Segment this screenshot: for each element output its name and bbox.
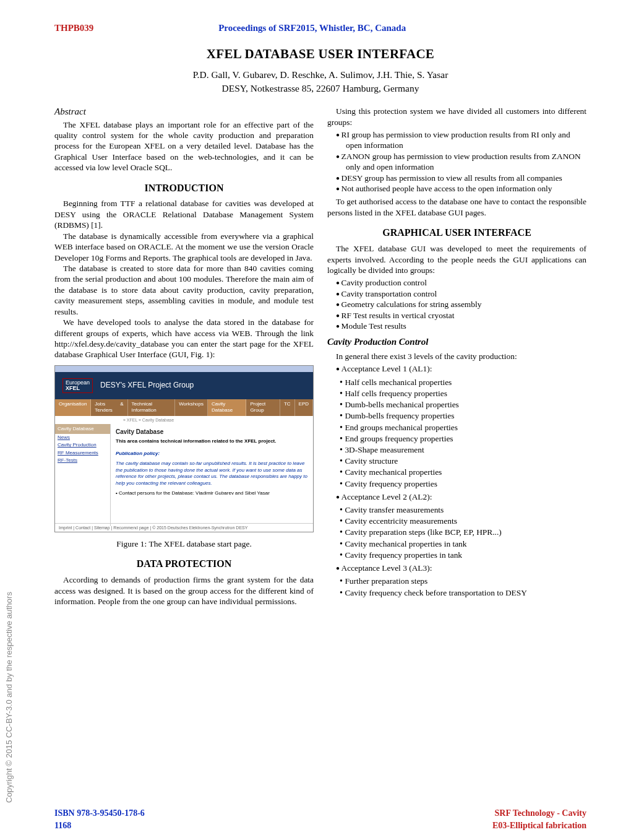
- footer-row-2: 1168 E03-Elliptical fabrication: [54, 820, 586, 831]
- list-item: Cavity transfer measurements: [353, 504, 586, 516]
- figure-1-screenshot: European XFEL DESY's XFEL Project Group …: [54, 365, 314, 532]
- tab-epd[interactable]: EPD: [295, 399, 313, 416]
- list-item: Cavity preparation steps (like BCP, EP, …: [353, 527, 586, 538]
- paper-code: THPB039: [54, 22, 93, 35]
- paper-title: XFEL DATABASE USER INTERFACE: [54, 46, 586, 63]
- list-item: Cavity structure: [353, 456, 586, 467]
- al2-label: Acceptance Level 2 (AL2):: [346, 491, 586, 502]
- list-item: End groups mechanical properties: [353, 422, 586, 433]
- list-item: RF Test results in vertical cryostat: [346, 310, 586, 321]
- dp-p1: According to demands of production firms…: [54, 574, 314, 607]
- al3-label: Acceptance Level 3 (AL3):: [346, 563, 586, 573]
- content-main: Cavity Database This area contains techn…: [111, 424, 313, 526]
- intro-p1: Beginning from TTF a relational database…: [54, 198, 314, 230]
- abstract-text: The XFEL database plays an important rol…: [54, 119, 314, 173]
- list-item: Cavity frequency properties: [353, 478, 586, 490]
- list-item: Dumb-bells frequency properties: [353, 410, 586, 422]
- content-subtitle: This area contains technical information…: [116, 438, 308, 444]
- tab-tc[interactable]: TC: [280, 399, 295, 416]
- intro-p2: The database is dynamically accessible f…: [54, 231, 314, 263]
- list-item: Dumb-bells mechanical properties: [353, 399, 586, 410]
- al3-block: Acceptance Level 3 (AL3):: [327, 563, 586, 573]
- sidebar: Cavity Database News Cavity Production R…: [55, 424, 111, 526]
- isbn: ISBN 978-3-95450-178-6: [54, 808, 145, 819]
- list-item: Half cells mechanical properties: [353, 377, 586, 388]
- sidebar-item-rf-measurements[interactable]: RF Measurements: [55, 449, 110, 457]
- tab-cavity-database[interactable]: Cavity Database: [208, 399, 246, 416]
- list-item: Cavity production control: [346, 277, 586, 288]
- running-header: THPB039 Proceedings of SRF2015, Whistler…: [54, 22, 586, 35]
- breadcrumb: » XFEL » Cavity Database: [55, 416, 313, 424]
- section-gui: GRAPHICAL USER INTERFACE: [327, 227, 586, 240]
- policy-label: Publication policy:: [116, 451, 308, 457]
- content-title: Cavity Database: [116, 428, 308, 436]
- intro-p3: The database is created to store data fo…: [54, 263, 314, 317]
- list-item: Further preparation steps: [353, 576, 586, 587]
- al3-items: Further preparation steps Cavity frequen…: [327, 576, 586, 598]
- subsection-cavity-production-control: Cavity Production Control: [327, 336, 586, 349]
- list-item: Not authorised people have access to the…: [346, 183, 586, 194]
- list-item: RI group has permission to view producti…: [346, 129, 586, 151]
- list-item: End groups frequency properties: [353, 433, 586, 444]
- track-subcategory: E03-Elliptical fabrication: [492, 820, 586, 831]
- sidebar-item-cavity-production[interactable]: Cavity Production: [55, 441, 110, 449]
- proceedings-title: Proceedings of SRF2015, Whistler, BC, Ca…: [93, 22, 531, 35]
- list-item: DESY group has permission to view all re…: [346, 173, 586, 183]
- section-data-protection: DATA PROTECTION: [54, 558, 314, 571]
- dp-group-list: RI group has permission to view producti…: [327, 129, 586, 194]
- abstract-heading: Abstract: [54, 106, 314, 118]
- affiliation: DESY, Notkestrasse 85, 22607 Hamburg, Ge…: [54, 82, 586, 95]
- screenshot-footer: Imprint | Contact | Sitemap | Recommend …: [55, 523, 313, 532]
- tab-technical[interactable]: Technical Information: [128, 399, 176, 416]
- list-item: Cavity mechanical properties: [353, 467, 586, 478]
- footer-row-1: ISBN 978-3-95450-178-6 SRF Technology - …: [54, 808, 586, 819]
- contact-line: • Contact persons for the Database: Vlad…: [116, 490, 308, 496]
- list-item: Cavity frequency check before transporta…: [353, 587, 586, 599]
- page-number: 1168: [54, 820, 71, 831]
- list-item: 3D-Shape measurement: [353, 444, 586, 456]
- tab-workshops[interactable]: Workshops: [175, 399, 208, 416]
- dp-p3: To get authorised access to the database…: [327, 196, 586, 218]
- policy-text: The cavity database may contain so-far u…: [116, 461, 308, 487]
- nav-tabs: Organisation Jobs & Tenders Technical In…: [55, 399, 313, 416]
- dp-p2: Using this protection system we have div…: [327, 106, 586, 128]
- two-column-body: Abstract The XFEL database plays an impo…: [54, 106, 586, 607]
- copyright-sidebar: Copyright © 2015 CC-BY-3.0 and by the re…: [4, 592, 15, 803]
- tab-jobs[interactable]: Jobs & Tenders: [91, 399, 127, 416]
- author-list: P.D. Gall, V. Gubarev, D. Reschke, A. Su…: [54, 69, 586, 81]
- list-item: Cavity eccentricity measurements: [353, 516, 586, 527]
- sidebar-item-rf-tests[interactable]: RF-Tests: [55, 457, 110, 464]
- figure-1-caption: Figure 1: The XFEL database start page.: [54, 539, 314, 550]
- list-item: Module Test results: [346, 321, 586, 331]
- list-item: Cavity frequency properties in tank: [353, 550, 586, 561]
- section-introduction: INTRODUCTION: [54, 182, 314, 195]
- list-item: Half cells frequency properties: [353, 388, 586, 399]
- xfel-logo: European XFEL: [62, 378, 93, 393]
- sidebar-item-news[interactable]: News: [55, 434, 110, 441]
- list-item: Cavity mechanical properties in tank: [353, 539, 586, 550]
- list-item: ZANON group has permission to view produ…: [346, 151, 586, 173]
- banner-title: DESY's XFEL Project Group: [100, 381, 194, 391]
- cpc-p1: In general there exist 3 levels of the c…: [327, 351, 586, 362]
- gui-group-list: Cavity production control Cavity transpo…: [327, 277, 586, 331]
- tab-project-group[interactable]: Project Group: [246, 399, 280, 416]
- al2-block: Acceptance Level 2 (AL2):: [327, 491, 586, 502]
- list-item: Cavity transportation control: [346, 288, 586, 299]
- al1-items: Half cells mechanical properties Half ce…: [327, 377, 586, 490]
- track-category: SRF Technology - Cavity: [495, 808, 586, 819]
- tab-organisation[interactable]: Organisation: [55, 399, 91, 416]
- al1-label: Acceptance Level 1 (AL1):: [346, 363, 586, 374]
- gui-p1: The XFEL database GUI was developed to m…: [327, 243, 586, 275]
- al2-items: Cavity transfer measurements Cavity ecce…: [327, 504, 586, 561]
- sidebar-heading: Cavity Database: [55, 424, 110, 434]
- al1-block: Acceptance Level 1 (AL1):: [327, 363, 586, 374]
- figure-1: European XFEL DESY's XFEL Project Group …: [54, 365, 314, 550]
- list-item: Geometry calculations for string assembl…: [346, 299, 586, 310]
- intro-p4: We have developed tools to analyse the d…: [54, 317, 314, 360]
